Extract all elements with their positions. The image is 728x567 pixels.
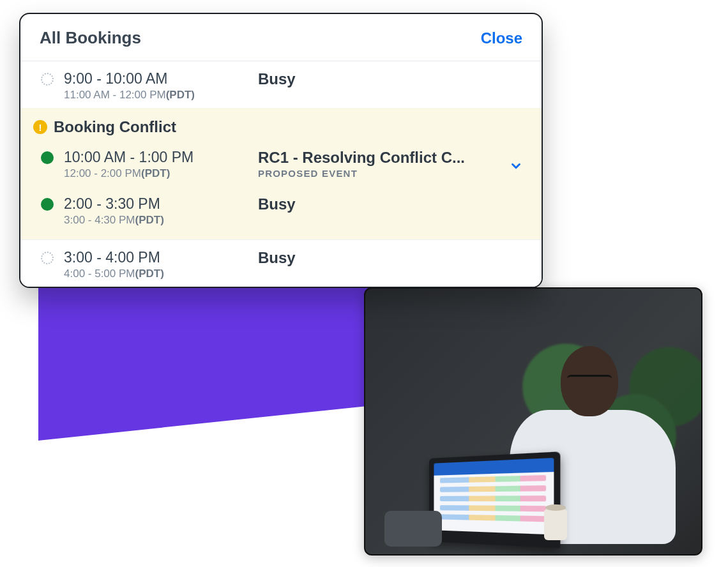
all-bookings-panel: All Bookings Close 9:00 - 10:00 AM 11:00… (19, 13, 543, 288)
booking-row[interactable]: 3:00 - 4:00 PM 4:00 - 5:00 PM(PDT) Busy (20, 239, 542, 287)
booking-details: RC1 - Resolving Conflict C... PROPOSED E… (258, 149, 501, 179)
booking-row[interactable]: 9:00 - 10:00 AM 11:00 AM - 12:00 PM(PDT)… (20, 61, 542, 108)
proposed-event-label: PROPOSED EVENT (258, 168, 501, 179)
booking-title: Busy (258, 70, 501, 88)
photo-laptop (429, 451, 560, 548)
booking-time-secondary: 3:00 - 4:30 PM(PDT) (64, 214, 255, 227)
booking-time-primary: 10:00 AM - 1:00 PM (64, 149, 255, 166)
booking-title: Busy (258, 195, 501, 213)
status-dot-empty-icon (41, 252, 54, 264)
booking-time-primary: 9:00 - 10:00 AM (64, 70, 255, 87)
hero-photo (364, 287, 702, 556)
booking-time-block: 2:00 - 3:30 PM 3:00 - 4:30 PM(PDT) (64, 195, 255, 227)
booking-details: Busy (258, 249, 501, 267)
booking-time-secondary: 4:00 - 5:00 PM(PDT) (64, 268, 255, 280)
photo-coffee-cup (544, 510, 567, 540)
booking-time-primary: 2:00 - 3:30 PM (64, 195, 255, 213)
booking-time-block: 10:00 AM - 1:00 PM 12:00 - 2:00 PM(PDT) (64, 149, 255, 180)
booking-row[interactable]: 2:00 - 3:30 PM 3:00 - 4:30 PM(PDT) Busy (20, 186, 542, 233)
photo-speaker (384, 511, 442, 547)
booking-time-block: 3:00 - 4:00 PM 4:00 - 5:00 PM(PDT) (64, 249, 255, 280)
booking-time-block: 9:00 - 10:00 AM 11:00 AM - 12:00 PM(PDT) (64, 70, 255, 102)
booking-time-primary: 3:00 - 4:00 PM (64, 249, 255, 266)
booking-title: Busy (258, 249, 501, 267)
expand-booking-button[interactable] (509, 159, 523, 176)
booking-conflict-group: ! Booking Conflict 10:00 AM - 1:00 PM 12… (20, 108, 542, 239)
status-dot-green-icon (41, 151, 54, 164)
warning-icon: ! (33, 120, 47, 134)
close-button[interactable]: Close (481, 29, 522, 47)
booking-conflict-label: Booking Conflict (54, 118, 176, 136)
booking-details: Busy (258, 195, 501, 213)
booking-time-secondary: 11:00 AM - 12:00 PM(PDT) (64, 89, 255, 102)
booking-title: RC1 - Resolving Conflict C... (258, 149, 501, 167)
booking-time-secondary: 12:00 - 2:00 PM(PDT) (64, 167, 255, 180)
status-dot-green-icon (41, 198, 54, 211)
panel-title: All Bookings (40, 28, 141, 48)
panel-header: All Bookings Close (20, 14, 542, 61)
booking-row[interactable]: 10:00 AM - 1:00 PM 12:00 - 2:00 PM(PDT) … (20, 140, 542, 186)
status-dot-empty-icon (41, 73, 54, 86)
booking-conflict-header: ! Booking Conflict (20, 108, 542, 140)
chevron-down-icon (509, 164, 523, 175)
booking-details: Busy (258, 70, 501, 88)
